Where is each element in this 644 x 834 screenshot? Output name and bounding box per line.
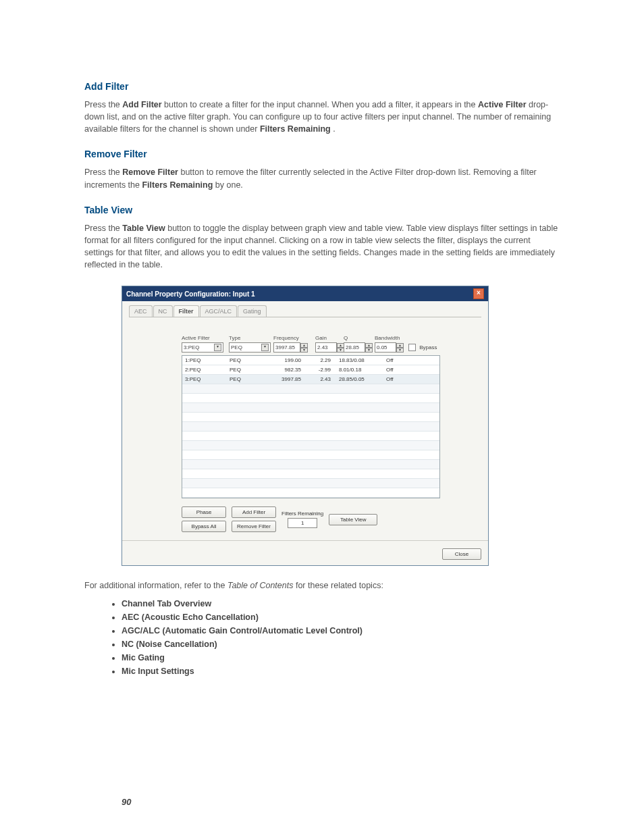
spinner-up-icon[interactable]: ▴ — [396, 343, 404, 348]
table-row: . — [182, 460, 439, 469]
gain-stepper[interactable]: 2.43 ▴▾ — [315, 342, 344, 353]
spinner-up-icon[interactable]: ▴ — [300, 343, 308, 348]
frequency-stepper[interactable]: 3997.85 ▴▾ — [273, 342, 308, 353]
chevron-down-icon: ▾ — [261, 344, 269, 351]
cell-freq: 3997.85 — [266, 376, 306, 382]
text-italic: Table of Contents — [227, 581, 294, 590]
tab-gating[interactable]: Gating — [238, 305, 267, 317]
active-filter-dropdown[interactable]: 3:PEQ ▾ — [182, 342, 223, 353]
bandwidth-stepper[interactable]: 0.05 ▴▾ — [375, 342, 404, 353]
cell-type: PEQ — [227, 367, 266, 373]
page-number: 90 — [122, 797, 131, 807]
bandwidth-value[interactable]: 0.05 — [375, 342, 396, 353]
active-filter-value: 3:PEQ — [184, 344, 200, 350]
phase-button[interactable]: Phase — [182, 506, 226, 518]
window-titlebar: Channel Property Configuration: Input 1 … — [122, 286, 488, 301]
filter-table: 1:PEQ PEQ 199.00 2.29 18.83/0.08 Off 2:P… — [182, 355, 440, 498]
document-page: Add Filter Press the Add Filter button t… — [0, 0, 644, 834]
table-row: . — [182, 384, 439, 394]
label-bandwidth: Bandwidth — [375, 335, 408, 341]
type-dropdown[interactable]: PEQ ▾ — [229, 342, 271, 353]
list-item: Mic Input Settings — [122, 664, 560, 678]
spinner-down-icon[interactable]: ▾ — [300, 348, 308, 353]
label-q: Q — [344, 335, 375, 341]
cell-type: PEQ — [227, 357, 266, 363]
heading-add-filter: Add Filter — [84, 81, 560, 92]
window-title: Channel Property Configuration: Input 1 — [126, 290, 255, 298]
table-row: . — [182, 403, 439, 413]
add-filter-button[interactable]: Add Filter — [232, 506, 276, 518]
tab-filter[interactable]: Filter — [173, 305, 199, 317]
table-row[interactable]: 3:PEQ PEQ 3997.85 2.43 28.85/0.05 Off — [182, 375, 439, 384]
table-view-button[interactable]: Table View — [329, 514, 377, 525]
text-bold: Table View — [122, 224, 165, 233]
text: Press the — [84, 224, 122, 233]
footer-paragraph: For additional information, refer to the… — [84, 581, 560, 590]
table-row: . — [182, 432, 439, 441]
text-bold: Remove Filter — [122, 167, 178, 177]
cell-freq: 982.35 — [266, 367, 306, 373]
related-topics: Channel Tab Overview AEC (Acoustic Echo … — [84, 597, 560, 678]
table-row: . — [182, 422, 439, 432]
tab-nc[interactable]: NC — [153, 305, 173, 317]
bottom-controls: Phase Bypass All Add Filter Remove Filte… — [182, 506, 481, 532]
bypass-checkbox[interactable] — [408, 344, 416, 351]
filters-remaining: Filters Remaining 1 — [281, 511, 323, 528]
tab-agc-alc[interactable]: AGC/ALC — [200, 305, 238, 317]
label-frequency: Frequency — [273, 335, 315, 341]
table-row: . — [182, 394, 439, 403]
window-body: AEC NC Filter AGC/ALC Gating Active Filt… — [122, 301, 488, 540]
cell-gain: 2.43 — [306, 376, 336, 382]
chevron-down-icon: ▾ — [214, 344, 221, 351]
close-icon[interactable]: × — [473, 288, 484, 299]
text-bold: Add Filter — [122, 100, 161, 109]
list-item: Mic Gating — [122, 651, 560, 664]
text: Press the — [84, 167, 122, 177]
gain-value[interactable]: 2.43 — [315, 342, 337, 353]
paragraph: Press the Table View button to toggle th… — [84, 222, 560, 271]
text: by one. — [215, 180, 243, 190]
topic: NC (Noise Cancellation) — [122, 640, 217, 649]
paragraph: Press the Add Filter button to create a … — [84, 99, 560, 135]
text: . — [333, 124, 335, 134]
channel-property-window: Channel Property Configuration: Input 1 … — [122, 286, 489, 566]
table-row: . — [182, 413, 439, 422]
cell-freq: 199.00 — [266, 357, 306, 363]
cell-bypass: Off — [383, 367, 410, 373]
cell-name: 2:PEQ — [182, 367, 227, 373]
bypass-label: Bypass — [419, 344, 437, 350]
remove-filter-button[interactable]: Remove Filter — [232, 521, 276, 532]
spinner-down-icon[interactable]: ▾ — [365, 348, 373, 353]
table-row: . — [182, 450, 439, 460]
list-item: AEC (Acoustic Echo Cancellation) — [122, 610, 560, 624]
list-item: NC (Noise Cancellation) — [122, 637, 560, 651]
label-active-filter: Active Filter — [182, 335, 229, 341]
label-type: Type — [229, 335, 273, 341]
close-button[interactable]: Close — [442, 548, 481, 560]
text: button to create a filter for the input … — [164, 100, 478, 109]
type-value: PEQ — [231, 344, 242, 350]
text: Press the — [84, 100, 122, 109]
table-row: . — [182, 479, 439, 488]
bypass-all-button[interactable]: Bypass All — [182, 521, 226, 532]
spinner-up-icon[interactable]: ▴ — [365, 343, 373, 348]
frequency-value[interactable]: 3997.85 — [273, 342, 300, 353]
topic: AGC/ALC (Automatic Gain Control/Automati… — [122, 626, 363, 635]
cell-name: 3:PEQ — [182, 376, 227, 382]
cell-q: 28.85/0.05 — [336, 376, 383, 382]
list-item: AGC/ALC (Automatic Gain Control/Automati… — [122, 624, 560, 637]
filters-remaining-value: 1 — [288, 518, 317, 528]
spinner-down-icon[interactable]: ▾ — [396, 348, 404, 353]
table-row[interactable]: 2:PEQ PEQ 982.35 -2.99 8.01/0.18 Off — [182, 365, 439, 375]
table-row[interactable]: 1:PEQ PEQ 199.00 2.29 18.83/0.08 Off — [182, 356, 439, 365]
topic: Channel Tab Overview — [122, 599, 211, 608]
text-bold: Filters Remaining — [142, 180, 213, 190]
q-stepper[interactable]: 28.85 ▴▾ — [344, 342, 373, 353]
tab-aec[interactable]: AEC — [129, 305, 153, 317]
filter-controls: Active Filter Type Frequency Gain Q Band… — [182, 335, 481, 353]
filters-remaining-label: Filters Remaining — [281, 511, 323, 517]
q-value[interactable]: 28.85 — [344, 342, 365, 353]
cell-q: 18.83/0.08 — [336, 357, 383, 363]
cell-name: 1:PEQ — [182, 357, 227, 363]
label-gain: Gain — [315, 335, 344, 341]
